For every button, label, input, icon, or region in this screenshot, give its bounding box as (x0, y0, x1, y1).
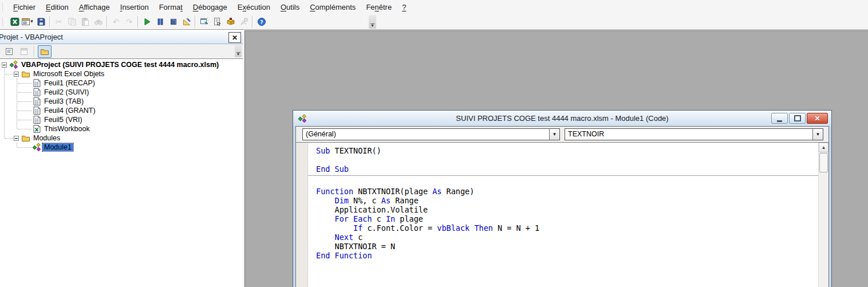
tree-item-label: Feuil3 (TAB) (42, 97, 85, 105)
properties-window-button[interactable] (211, 15, 224, 28)
design-mode-button[interactable] (180, 15, 193, 28)
tree-item-thisworkbook[interactable]: ThisWorkbook (0, 124, 243, 133)
main-toolbar: ▼✂↶↷? ▼ (0, 14, 868, 30)
code-line[interactable] (316, 178, 819, 187)
code-line[interactable]: For Each c In plage (316, 214, 819, 223)
project-icon (9, 60, 18, 69)
project-toolbar-options-button[interactable]: ▼ (235, 45, 242, 57)
tree-item-label: Module1 (42, 143, 73, 151)
toolbar-separator (106, 16, 108, 27)
menu-complements[interactable]: Compléments (305, 1, 361, 13)
close-button[interactable]: ✕ (807, 113, 828, 124)
object-browser-button[interactable] (224, 15, 237, 28)
code-line[interactable]: NBTXTNOIR = N (316, 242, 819, 251)
toggle-folders-button[interactable] (38, 45, 52, 58)
toggle-folders-icon (40, 47, 49, 56)
scroll-up-button[interactable]: ▲ (819, 143, 828, 152)
object-dropdown[interactable]: (Général) ▼ (302, 128, 560, 140)
toolbar-options-button[interactable]: ▼ (369, 15, 376, 29)
code-line[interactable]: Sub TEXTNOIR() (316, 146, 819, 155)
code-line[interactable]: Application.Volatile (316, 205, 819, 214)
tree-item-feuil1[interactable]: Feuil1 (RECAP) (0, 78, 243, 88)
code-window-body: (Général) ▼ TEXTNOIR ▼ Sub TEXTNOIR()End… (295, 126, 829, 287)
workspace: Projet - VBAProject ✕ ▼ VBAProject (SUIV… (0, 30, 868, 287)
tree-item-feuil2[interactable]: Feuil2 (SUIVI) (0, 88, 243, 97)
worksheet-icon (32, 106, 41, 115)
break-button[interactable] (153, 15, 167, 28)
menu-affichage[interactable]: Affichage (74, 1, 115, 13)
minimize-button[interactable] (771, 113, 788, 124)
code-editor[interactable]: Sub TEXTNOIR()End SubFunction NBTXTNOIR(… (296, 142, 828, 287)
tree-item-modules[interactable]: Modules (0, 133, 243, 143)
toolbar-grip[interactable] (2, 17, 6, 26)
paste-icon (81, 17, 90, 26)
chevron-down-icon[interactable]: ▼ (549, 129, 559, 140)
project-explorer-titlebar[interactable]: Projet - VBAProject ✕ (0, 30, 243, 44)
chevron-down-icon[interactable]: ▼ (29, 19, 34, 24)
close-icon: ✕ (814, 115, 820, 123)
redo-icon: ↷ (125, 17, 134, 26)
tree-item-label: ThisWorkbook (42, 125, 92, 133)
close-icon: ✕ (232, 34, 238, 42)
procedure-dropdown[interactable]: TEXTNOIR ▼ (565, 128, 823, 140)
code-line[interactable]: End Sub (316, 164, 819, 174)
toolbar-separator (34, 46, 35, 57)
chevron-down-icon[interactable]: ▼ (812, 129, 823, 140)
menubar-grip[interactable] (2, 2, 6, 11)
menu-outils[interactable]: Outils (275, 1, 305, 13)
menu-fenetre[interactable]: Fenêtre (361, 1, 397, 13)
menu-aide[interactable]: ? (397, 1, 411, 13)
project-explorer-button[interactable] (198, 15, 211, 28)
collapse-icon[interactable] (14, 72, 19, 77)
tree-item-module1[interactable]: Module1 (0, 143, 243, 152)
tree-item-feuil4[interactable]: Feuil4 (GRANT) (0, 106, 243, 115)
margin-indicator-bar[interactable] (296, 143, 308, 287)
code-line[interactable] (316, 155, 819, 164)
tree-item-label: Feuil2 (SUIVI) (42, 88, 91, 96)
project-tree: VBAProject (SUIVI PROJETS COGE test 4444… (0, 58, 243, 287)
reset-button[interactable] (167, 15, 180, 28)
worksheet-icon (32, 78, 41, 88)
run-sub-button[interactable] (140, 15, 153, 28)
menu-edition[interactable]: Edition (41, 1, 74, 13)
menu-execution[interactable]: Exécution (232, 1, 275, 13)
code-line[interactable]: Next c (316, 233, 819, 242)
view-microsoft-excel-button[interactable] (8, 15, 21, 28)
minimize-icon (777, 115, 782, 122)
toolbar-separator (49, 16, 50, 27)
tree-item-label: Feuil5 (VRI) (42, 116, 84, 124)
help-button[interactable]: ? (255, 15, 268, 28)
vertical-scrollbar[interactable]: ▲ (818, 143, 828, 287)
procedure-separator (308, 174, 819, 178)
save-button[interactable] (34, 15, 48, 28)
collapse-icon[interactable] (2, 62, 7, 68)
view-object-icon (19, 47, 29, 56)
tree-connector-line (17, 78, 17, 129)
view-object-button (17, 45, 31, 58)
copy-icon (68, 17, 77, 26)
tree-item-vbaproject[interactable]: VBAProject (SUIVI PROJETS COGE test 4444… (0, 60, 243, 69)
code-line[interactable]: End Function (316, 251, 819, 260)
restore-button[interactable] (789, 113, 806, 124)
folder-icon (21, 133, 30, 143)
code-line[interactable]: If c.Font.Color = vbBlack Then N = N + 1 (316, 223, 819, 233)
code-line[interactable]: Function NBTXTNOIR(plage As Range) (316, 187, 819, 196)
menu-fichier[interactable]: Fichier (8, 1, 41, 13)
menu-debogage[interactable]: Débogage (188, 1, 232, 13)
insert-userform-button[interactable]: ▼ (21, 15, 34, 28)
tree-item-feuil5[interactable]: Feuil5 (VRI) (0, 115, 243, 124)
object-browser-icon (226, 17, 235, 26)
menu-format[interactable]: Format (154, 1, 188, 13)
tree-connector-line (17, 143, 17, 147)
tree-item-feuil3[interactable]: Feuil3 (TAB) (0, 97, 243, 106)
scrollbar-thumb[interactable] (819, 153, 828, 172)
close-button[interactable]: ✕ (228, 32, 241, 43)
redo-button: ↷ (123, 15, 136, 28)
menu-insertion[interactable]: Insertion (115, 1, 154, 13)
code-line[interactable]: Dim N%, c As Range (316, 196, 819, 205)
code-window-titlebar[interactable]: SUIVI PROJETS COGE test 4444 macro.xlsm … (293, 111, 831, 126)
tree-item-microsoft-excel-objets[interactable]: Microsoft Excel Objets (0, 69, 243, 78)
code-text[interactable]: Sub TEXTNOIR()End SubFunction NBTXTNOIR(… (308, 143, 819, 287)
view-code-button[interactable] (2, 45, 16, 58)
collapse-icon[interactable] (14, 136, 19, 141)
